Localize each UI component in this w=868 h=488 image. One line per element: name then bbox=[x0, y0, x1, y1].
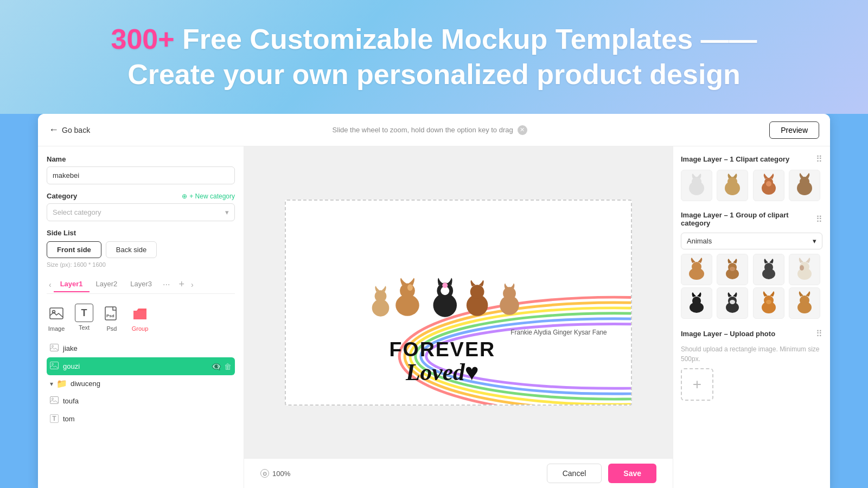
name-input[interactable] bbox=[47, 166, 235, 184]
zoom-level: 100% bbox=[272, 470, 290, 478]
layer-item-toufa[interactable]: toufa bbox=[47, 392, 235, 410]
animals-grid-row1 bbox=[681, 254, 822, 285]
image-tool-icon bbox=[47, 304, 66, 323]
preview-button[interactable]: Preview bbox=[769, 121, 819, 139]
svg-rect-6 bbox=[50, 362, 59, 369]
psd-tool[interactable]: Psd Psd bbox=[102, 304, 122, 332]
clipart-section-title: Image Layer – 1 Clipart category bbox=[681, 155, 789, 163]
group-clipart-header: Image Layer – 1 Group of clipart categor… bbox=[681, 211, 822, 227]
svg-point-70 bbox=[800, 296, 809, 305]
left-panel: Name Category ⊕ + New category Select ca… bbox=[38, 146, 244, 488]
upload-section: Image Layer – Upload photo ⠿ Should uplo… bbox=[681, 329, 822, 401]
svg-point-26 bbox=[375, 290, 387, 302]
back-side-button[interactable]: Back side bbox=[106, 241, 157, 258]
image-tool[interactable]: Image bbox=[47, 304, 66, 332]
layer-image-icon bbox=[50, 344, 59, 353]
chevron-down-icon: ▾ bbox=[225, 208, 229, 216]
svg-point-5 bbox=[52, 345, 54, 347]
clipart-thumb-3[interactable] bbox=[753, 170, 784, 201]
svg-point-7 bbox=[52, 363, 54, 365]
tabs-prev-nav[interactable]: ‹ bbox=[47, 277, 54, 292]
group-arrow-icon: ▾ bbox=[50, 380, 53, 388]
group-clipart-title: Image Layer – 1 Group of clipart categor… bbox=[681, 211, 816, 227]
text-tool-label: Text bbox=[79, 324, 90, 331]
svg-rect-8 bbox=[50, 397, 59, 404]
animal-thumb-2[interactable] bbox=[717, 254, 748, 285]
delete-icon[interactable]: 🗑 bbox=[224, 362, 232, 371]
hero-banner: 300+ Free Customizable Mockup Templates … bbox=[0, 0, 868, 114]
svg-point-55 bbox=[730, 267, 735, 271]
image-tool-label: Image bbox=[48, 325, 65, 332]
category-row: Category ⊕ + New category bbox=[47, 192, 235, 200]
clipart-thumb-2[interactable] bbox=[717, 170, 748, 201]
svg-text:Frankie   Alydia   Ginger   Ky: Frankie Alydia Ginger Kysar Fane bbox=[510, 329, 607, 336]
animal-thumb-4[interactable] bbox=[789, 254, 820, 285]
back-arrow-icon: ← bbox=[49, 124, 59, 136]
animals-dropdown[interactable]: Animals ▾ bbox=[681, 233, 822, 249]
clipart-grid bbox=[681, 170, 822, 201]
canvas-board: Frankie Alydia Ginger Kysar Fane FOREVER… bbox=[285, 200, 632, 406]
front-side-button[interactable]: Front side bbox=[47, 241, 101, 258]
save-button[interactable]: Save bbox=[608, 464, 656, 483]
group-tool-icon bbox=[130, 304, 150, 323]
size-info: Size (px): 1600 * 1600 bbox=[47, 261, 235, 268]
visibility-icon[interactable]: 👁‍🗨 bbox=[212, 362, 221, 371]
layer1-tab[interactable]: Layer1 bbox=[54, 277, 90, 292]
group-clipart-section: Image Layer – 1 Group of clipart categor… bbox=[681, 211, 822, 319]
layer-list: jiake gouzi 👁‍🗨 🗑 ▾ 📁 bbox=[47, 339, 235, 479]
tabs-next-nav[interactable]: › bbox=[189, 277, 196, 292]
layer2-tab[interactable]: Layer2 bbox=[90, 277, 124, 292]
psd-tool-label: Psd bbox=[107, 325, 117, 332]
hero-accent: 300+ bbox=[111, 23, 174, 55]
side-buttons: Front side Back side bbox=[47, 241, 235, 258]
animal-thumb-7[interactable] bbox=[753, 287, 784, 319]
drag-handle-clipart[interactable]: ⠿ bbox=[816, 154, 822, 164]
text-tool-icon: T bbox=[75, 304, 93, 322]
layer3-tab[interactable]: Layer3 bbox=[124, 277, 158, 292]
category-label: Category bbox=[47, 192, 77, 200]
svg-text:Loved♥: Loved♥ bbox=[405, 359, 479, 385]
drag-handle-upload[interactable]: ⠿ bbox=[816, 329, 822, 339]
animal-thumb-1[interactable] bbox=[681, 254, 712, 285]
layer-diwuceng-name: diwuceng bbox=[71, 380, 100, 388]
upload-description: Should upload a rectangle image. Minimum… bbox=[681, 344, 822, 364]
hint-close-button[interactable]: ✕ bbox=[518, 125, 527, 135]
animal-thumb-6[interactable] bbox=[717, 287, 748, 319]
svg-point-60 bbox=[800, 265, 804, 271]
layer-item-gouzi[interactable]: gouzi 👁‍🗨 🗑 bbox=[47, 357, 235, 375]
top-bar: ← Go back Slide the wheel to zoom, hold … bbox=[38, 114, 830, 146]
clipart-thumb-1[interactable] bbox=[681, 170, 712, 201]
cancel-button[interactable]: Cancel bbox=[547, 464, 602, 483]
tabs-add-button[interactable]: + bbox=[174, 275, 189, 293]
drag-handle-group[interactable]: ⠿ bbox=[816, 214, 822, 224]
layer-gouzi-actions: 👁‍🗨 🗑 bbox=[212, 362, 232, 371]
svg-point-22 bbox=[442, 282, 448, 288]
category-select[interactable]: Select category ▾ bbox=[47, 203, 235, 221]
clipart-section-header: Image Layer – 1 Clipart category ⠿ bbox=[681, 154, 822, 164]
zoom-icon: ⊙ bbox=[260, 469, 269, 478]
clipart-thumb-4[interactable] bbox=[789, 170, 820, 201]
layer-group-diwuceng[interactable]: ▾ 📁 diwuceng bbox=[47, 375, 235, 392]
group-tool[interactable]: Group bbox=[130, 304, 150, 332]
svg-point-62 bbox=[692, 297, 701, 305]
animals-grid-row2 bbox=[681, 287, 822, 319]
tool-icons: Image T Text Psd Psd bbox=[47, 299, 235, 336]
upload-plus-button[interactable]: + bbox=[681, 368, 713, 401]
layer-item-jiake[interactable]: jiake bbox=[47, 339, 235, 357]
animal-thumb-5[interactable] bbox=[681, 287, 712, 319]
new-category-button[interactable]: ⊕ + New category bbox=[182, 192, 235, 200]
text-tool[interactable]: T Text bbox=[75, 304, 93, 332]
canvas-artwork: Frankie Alydia Ginger Kysar Fane FOREVER… bbox=[286, 201, 631, 404]
upload-section-title: Image Layer – Upload photo bbox=[681, 330, 775, 338]
upload-section-header: Image Layer – Upload photo ⠿ bbox=[681, 329, 822, 339]
layer-gouzi-name: gouzi bbox=[63, 362, 207, 370]
layer-item-tom[interactable]: T tom bbox=[47, 410, 235, 427]
animal-thumb-8[interactable] bbox=[789, 287, 820, 319]
tabs-more-button[interactable]: ··· bbox=[158, 277, 174, 293]
svg-rect-4 bbox=[50, 344, 59, 351]
animal-thumb-3[interactable] bbox=[753, 254, 784, 285]
layer-gouzi-image-icon bbox=[50, 362, 59, 371]
go-back-button[interactable]: ← Go back bbox=[49, 124, 90, 136]
layers-tabs: ‹ Layer1 Layer2 Layer3 ··· + › bbox=[47, 275, 235, 294]
group-tool-label: Group bbox=[132, 325, 149, 332]
